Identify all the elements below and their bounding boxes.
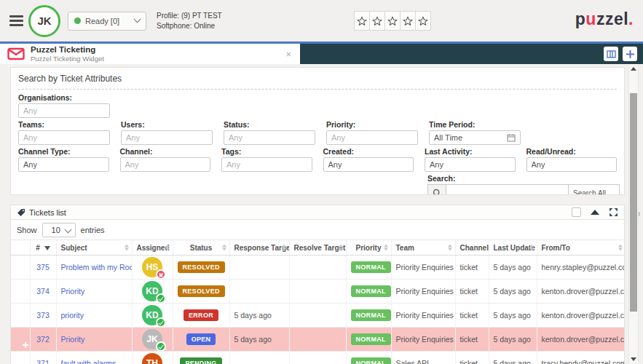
filter-input[interactable] [331,133,413,142]
assignee-avatar: TH [142,353,162,364]
column-header[interactable]: From/To [537,240,625,256]
column-header[interactable]: Last Update [489,240,537,256]
ticket-subject-link[interactable]: priority [61,311,84,320]
tab-title: Puzzel Ticketing [31,45,284,55]
scroll-down-button[interactable] [629,355,638,364]
sort-icon [384,245,388,251]
filter-row: Channel Type: Channel: Tags: [18,145,617,172]
calendar-icon[interactable] [507,133,516,142]
team-cell: Priority Enquiries [391,280,455,304]
resolve-target-cell [289,328,346,352]
select-all-checkbox[interactable] [572,207,581,217]
filter-input[interactable] [23,160,104,169]
star-rating-button[interactable] [369,11,385,31]
filter-input[interactable] [434,133,507,142]
filter-field-box [121,130,213,145]
filter-field-box [221,157,312,172]
star-rating-button[interactable] [415,11,431,31]
resolve-target-cell [289,352,346,364]
status-badge: ERROR [184,309,218,321]
filter-field: Channel Type: [18,145,109,172]
tab-puzzel-ticketing[interactable]: Puzzel Ticketing Puzzel Ticketing Widget… [0,44,300,64]
search-input[interactable] [446,184,569,195]
ticket-id-link[interactable]: 372 [36,335,50,344]
split-view-button[interactable] [604,47,618,61]
filter-input[interactable] [126,133,208,142]
filter-input[interactable] [23,106,105,115]
resolve-target-cell [289,304,346,328]
filter-input[interactable] [229,133,310,142]
status-badge: RESOLVED [178,261,225,273]
agent-status-dropdown[interactable]: Ready [0] [68,12,146,31]
columns-icon [607,50,616,59]
filter-field-box [18,103,110,118]
close-icon[interactable]: × [284,49,293,60]
team-cell: Priority Enquiries [391,328,455,352]
ticket-id-link[interactable]: 371 [36,359,50,364]
star-icon [387,16,398,26]
ticket-id-link[interactable]: 374 [36,287,50,296]
star-rating-button[interactable] [400,11,416,31]
profile-line: Profile: (9) PT TEST [157,11,222,21]
collapse-panel-icon[interactable] [591,210,599,215]
ticket-subject-link[interactable]: Priority [61,335,85,344]
filter-input[interactable] [226,160,307,169]
column-header[interactable]: Team [391,240,455,256]
tab-subtitle: Puzzel Ticketing Widget [31,55,284,63]
team-cell: Priority Enquiries [391,304,455,328]
filter-field: Channel: [120,145,211,172]
ticket-subject-link[interactable]: Priority [61,287,85,296]
filter-field-label: Teams: [18,120,110,129]
user-avatar[interactable]: JK [28,5,60,37]
chevron-down-icon [134,16,141,23]
add-tab-button[interactable] [623,47,637,61]
search-button[interactable] [427,184,446,195]
assignee-avatar: JK [142,329,162,349]
scrollbar-thumb[interactable] [630,93,637,312]
sort-icon [339,245,343,251]
priority-badge: NORMAL [351,357,391,364]
column-header[interactable]: Subject [56,240,132,256]
filter-input[interactable] [23,133,105,142]
resolve-target-cell [289,280,346,304]
hamburger-menu-icon[interactable] [9,15,23,26]
channel-cell: ticket [455,256,489,280]
star-rating-button[interactable] [384,11,401,31]
expand-fullscreen-icon[interactable] [609,207,618,217]
agent-status-label: Ready [0] [85,17,130,25]
filter-input[interactable] [430,160,510,169]
filter-field-label: Last Activity: [425,147,516,156]
widget-content: Search by Ticket Attributes Organisation… [0,64,643,364]
column-header[interactable]: # [30,240,56,256]
column-header[interactable]: Response Target [229,240,289,256]
column-header[interactable]: Channel [455,240,489,256]
column-header[interactable] [11,240,30,256]
column-header[interactable]: Resolve Target [289,240,346,256]
filter-field: Organisations: [18,91,110,118]
tab-bar: Puzzel Ticketing Puzzel Ticketing Widget… [0,41,643,64]
filter-input[interactable] [532,160,612,169]
filter-field-label: Tags: [221,147,312,156]
priority-badge: NORMAL [351,261,391,273]
filter-row: Teams: Users: Status: [18,118,617,145]
scroll-up-button[interactable] [629,64,638,74]
column-header[interactable]: Status [173,240,229,256]
team-cell: Priority Enquiries [391,256,455,280]
ticket-subject-link[interactable]: fault with alarms [61,359,117,364]
search-icon [433,189,442,196]
profile-info: Profile: (9) PT TEST Softphone: Online [157,11,222,31]
page-size-select[interactable]: 10 [42,223,76,237]
filter-field-label: Channel: [120,147,211,156]
search-scope-dropdown[interactable]: Search All [569,184,620,195]
column-header[interactable]: Priority [346,240,391,256]
ticket-row: 374 Priority KD RESOLVED NORMAL Priority… [11,280,625,304]
ticket-id-link[interactable]: 373 [36,311,50,320]
column-header[interactable]: Assigned [132,240,173,256]
filter-input[interactable] [328,160,409,169]
vertical-scrollbar[interactable] [628,64,639,364]
star-rating-button[interactable] [354,11,370,31]
ticket-subject-link[interactable]: Problem with my Roof [61,263,133,272]
ticket-id-link[interactable]: 375 [36,263,50,272]
ticket-row: 375 Problem with my Roof HS RESOLVED NOR… [11,256,625,280]
filter-input[interactable] [125,160,206,169]
